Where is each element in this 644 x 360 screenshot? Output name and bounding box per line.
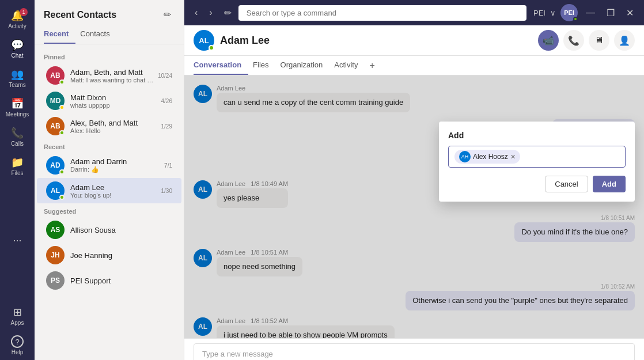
- contact-name: Adam, Beth, and Matt: [70, 68, 156, 77]
- tab-activity[interactable]: Activity: [334, 56, 365, 75]
- chat-header-actions: 📹 📞 🖥 👤: [538, 30, 635, 51]
- forward-button[interactable]: ›: [206, 5, 215, 20]
- recent-section-label: Recent: [35, 139, 184, 153]
- apps-label: Apps: [11, 320, 24, 326]
- contact-info: Joe Hanning: [70, 251, 172, 260]
- contact-name: PEI Support: [70, 276, 172, 285]
- contact-info: Alex, Beth, and Matt Alex: Hello: [70, 119, 159, 134]
- contact-info: Allison Sousa: [70, 226, 172, 234]
- search-input[interactable]: [238, 5, 526, 21]
- tab-recent[interactable]: Recent: [44, 25, 75, 44]
- contact-time: 1/30: [161, 188, 172, 194]
- files-label: Files: [11, 170, 23, 176]
- meetings-icon: 📅: [11, 97, 24, 110]
- sidebar: Recent Contacts ✏ Recent Contacts Pinned…: [35, 0, 184, 360]
- contact-time: 4/26: [161, 98, 172, 104]
- list-item[interactable]: AB Alex, Beth, and Matt Alex: Hello 1/29: [37, 113, 181, 139]
- list-item[interactable]: JH Joe Hanning: [37, 242, 181, 268]
- tab-files[interactable]: Files: [253, 56, 275, 75]
- contact-preview: You: blog's up!: [70, 192, 159, 199]
- nav-item-help[interactable]: ? Help: [0, 331, 35, 360]
- avatar-wrap: PS: [46, 271, 65, 290]
- tab-contacts[interactable]: Contacts: [80, 25, 116, 44]
- status-indicator: [59, 169, 65, 175]
- add-people-button[interactable]: 👤: [614, 30, 635, 51]
- nav-item-teams[interactable]: 👥 Teams: [0, 63, 35, 93]
- contact-name: Adam and Darrin: [70, 157, 162, 166]
- status-indicator: [59, 79, 65, 85]
- video-call-button[interactable]: 📹: [538, 30, 559, 51]
- contact-info: Adam and Darrin Darrin: 👍: [70, 157, 162, 173]
- contact-info: Matt Dixon whats uppppp: [70, 93, 159, 109]
- back-button[interactable]: ‹: [191, 5, 201, 20]
- topbar-right: PEI ∨ PEI — ❐ ✕: [533, 4, 637, 21]
- contact-name: Adam Lee: [70, 183, 159, 192]
- contact-preview: Darrin: 👍: [70, 166, 162, 173]
- avatar-wrap: AS: [46, 221, 65, 239]
- chat-header: AL Adam Lee 📹 📞 🖥 👤: [184, 25, 644, 56]
- nav-item-more[interactable]: ···: [0, 230, 35, 252]
- screen-share-button[interactable]: 🖥: [589, 30, 609, 51]
- avatar-wrap: MD: [46, 92, 65, 110]
- nav-item-meetings[interactable]: 📅 Meetings: [0, 93, 35, 122]
- nav-item-files[interactable]: 📁 Files: [0, 151, 35, 181]
- status-indicator: [59, 195, 65, 200]
- chat-tabs: Conversation Files Organization Activity…: [184, 56, 644, 75]
- contact-time: 1/29: [161, 123, 172, 130]
- tab-conversation[interactable]: Conversation: [194, 56, 248, 75]
- left-navigation: 🔔 1 Activity 💬 Chat 👥 Teams 📅 Meetings 📞…: [0, 0, 35, 360]
- sidebar-title: Recent Contacts: [44, 10, 116, 20]
- compose-button[interactable]: ✏: [160, 7, 175, 22]
- contact-info: Adam Lee You: blog's up!: [70, 183, 159, 199]
- topbar-nav: ‹ › ✏: [191, 5, 235, 21]
- list-item[interactable]: AL Adam Lee You: blog's up! 1/30: [37, 178, 181, 203]
- user-label: PEI: [533, 9, 545, 17]
- list-item[interactable]: AB Adam, Beth, and Matt Matt: I was want…: [37, 63, 181, 88]
- avatar-wrap: AB: [46, 66, 65, 85]
- activity-badge: 1: [20, 8, 28, 16]
- nav-item-apps[interactable]: ⊞ Apps: [0, 301, 35, 331]
- list-item[interactable]: MD Matt Dixon whats uppppp 4/26: [37, 88, 181, 113]
- list-item[interactable]: PS PEI Support: [37, 268, 181, 293]
- calls-label: Calls: [11, 141, 24, 147]
- online-status: [209, 45, 214, 51]
- files-icon: 📁: [11, 156, 24, 169]
- restore-button[interactable]: ❐: [603, 5, 618, 21]
- nav-item-chat[interactable]: 💬 Chat: [0, 34, 35, 63]
- nav-item-calls[interactable]: 📞 Calls: [0, 122, 35, 151]
- nav-item-activity[interactable]: 🔔 1 Activity: [0, 5, 35, 34]
- modal-chip: AH Alex Hoosz ✕: [454, 150, 520, 164]
- help-icon: ?: [11, 335, 24, 348]
- audio-call-button[interactable]: 📞: [563, 30, 584, 51]
- avatar-wrap: AD: [46, 156, 65, 175]
- list-item[interactable]: AD Adam and Darrin Darrin: 👍 7/1: [37, 153, 181, 178]
- list-item[interactable]: AS Allison Sousa: [37, 217, 181, 242]
- close-button[interactable]: ✕: [623, 5, 637, 21]
- compose-icon-button[interactable]: ✏: [221, 5, 235, 21]
- contact-name: Joe Hanning: [70, 251, 172, 260]
- minimize-button[interactable]: —: [582, 5, 598, 20]
- chip-remove-button[interactable]: ✕: [510, 153, 516, 161]
- status-indicator: [59, 105, 65, 110]
- contact-name: Allison Sousa: [70, 226, 172, 234]
- tab-organization[interactable]: Organization: [281, 56, 330, 75]
- add-people-modal: Add AH Alex Hoosz ✕ Cancel Add: [439, 122, 635, 202]
- modal-input-row[interactable]: AH Alex Hoosz ✕: [448, 146, 626, 168]
- add-button[interactable]: Add: [593, 176, 626, 192]
- contact-preview: whats uppppp: [70, 102, 159, 109]
- status-indicator: [59, 130, 65, 135]
- add-tab-button[interactable]: +: [369, 60, 374, 71]
- user-chevron[interactable]: ∨: [550, 9, 556, 17]
- contact-time: 7/1: [164, 162, 172, 169]
- chat-label: Chat: [11, 52, 23, 59]
- avatar: PS: [46, 271, 65, 290]
- contact-time: 10/24: [158, 73, 172, 79]
- avatar: JH: [46, 246, 65, 264]
- messages-area: AL Adam Lee can u send me a copy of the …: [184, 75, 644, 338]
- help-label: Help: [12, 349, 24, 355]
- sidebar-content: Pinned AB Adam, Beth, and Matt Matt: I w…: [35, 44, 184, 360]
- cancel-button[interactable]: Cancel: [545, 176, 588, 192]
- teams-icon: 👥: [11, 68, 24, 81]
- chip-name: Alex Hoosz: [473, 153, 508, 161]
- meetings-label: Meetings: [6, 111, 29, 118]
